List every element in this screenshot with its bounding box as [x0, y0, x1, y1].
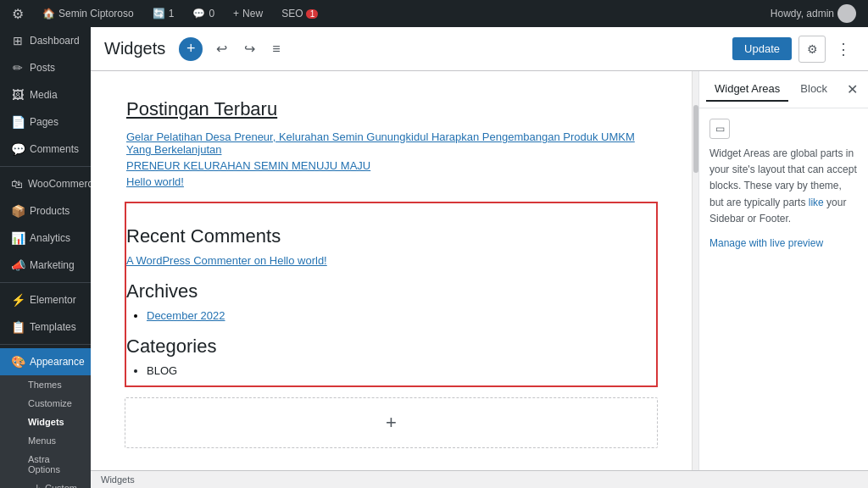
plus-icon: +: [233, 8, 239, 19]
recent-posts-title: Postingan Terbaru: [126, 98, 656, 120]
home-icon: 🏠: [42, 8, 55, 19]
products-icon: 📦: [11, 204, 25, 218]
sidebar-label-dashboard: Dashboard: [30, 35, 80, 47]
post-link-1[interactable]: Gelar Pelatihan Desa Preneur, Kelurahan …: [126, 130, 656, 156]
sidebar-item-astra[interactable]: Astra Options: [7, 450, 91, 479]
marketing-icon: 📣: [11, 258, 25, 272]
sidebar-label-marketing: Marketing: [30, 259, 75, 271]
posts-icon: ✏: [11, 61, 25, 75]
sidebar-label-pages: Pages: [30, 116, 58, 128]
categories-list: BLOG: [147, 364, 656, 377]
sidebar-item-pages[interactable]: 📄 Pages: [0, 108, 91, 136]
panel-description: Widget Areas are global parts in your si…: [709, 146, 858, 227]
update-count: 1: [169, 8, 175, 19]
comment-icon: 💬: [192, 8, 205, 19]
dashboard-icon: ⊞: [11, 34, 25, 47]
sidebar-label-comments: Comments: [30, 143, 79, 155]
sidebar-item-templates[interactable]: 📋 Templates: [0, 313, 91, 341]
sidebar-item-comments[interactable]: 💬 Comments: [0, 136, 91, 163]
page-header: Widgets + ↩ ↪ ≡ Update ⚙ ⋮: [91, 27, 868, 71]
sidebar-divider-2: [0, 282, 91, 283]
post-link-3[interactable]: Hello world!: [126, 175, 656, 188]
more-options-button[interactable]: ⋮: [832, 36, 854, 62]
sidebar-item-elementor[interactable]: ⚡ Elementor: [0, 286, 91, 313]
archive-link-1[interactable]: December 2022: [147, 309, 225, 322]
elementor-icon: ⚡: [11, 293, 25, 307]
footer-label: Widgets: [101, 474, 135, 485]
site-name-button[interactable]: 🏠 Semin Ciptoroso: [37, 0, 139, 27]
update-icon: 🔄: [153, 8, 165, 19]
analytics-icon: 📊: [11, 231, 25, 245]
undo-button[interactable]: ↩: [213, 37, 231, 60]
sidebar-label-menus: Menus: [28, 435, 56, 446]
comment-count: 0: [209, 8, 214, 19]
page-title: Widgets: [104, 39, 165, 58]
sidebar-divider-1: [0, 166, 91, 167]
sidebar-label-templates: Templates: [30, 321, 76, 333]
sidebar-item-woo[interactable]: 🛍 WooCommerce: [0, 170, 91, 197]
panel-header: Widget Areas Block ✕: [699, 71, 868, 108]
category-item-1: BLOG: [147, 364, 656, 377]
canvas-scrollbar[interactable]: [692, 71, 698, 470]
sidebar-appearance-submenu: Themes Customize Widgets Menus Astra Opt…: [0, 375, 91, 488]
seo-icon: SEO: [281, 8, 303, 19]
widget-area-icon: ▭: [709, 119, 730, 139]
wp-logo-button[interactable]: ⚙: [7, 0, 29, 27]
sidebar-item-custom-layouts[interactable]: ↳ Custom Layouts: [7, 479, 91, 488]
comments-icon: 💬: [11, 142, 25, 156]
comments-button[interactable]: 💬 0: [187, 0, 220, 27]
sidebar-item-posts[interactable]: ✏ Posts: [0, 54, 91, 81]
panel-icon-row: ▭: [709, 119, 858, 139]
sidebar-label-themes: Themes: [28, 380, 62, 390]
post-link-2[interactable]: PRENEUR KELURAHAN SEMIN MENUJU MAJU: [126, 159, 656, 172]
updates-button[interactable]: 🔄 1: [147, 0, 180, 27]
recent-posts-widget[interactable]: Postingan Terbaru Gelar Pelatihan Desa P…: [125, 88, 658, 202]
sidebar-label-appearance: Appearance: [30, 356, 85, 368]
sidebar-item-widgets[interactable]: Widgets: [7, 413, 91, 431]
new-label: New: [242, 8, 263, 19]
sidebar-item-dashboard[interactable]: ⊞ Dashboard: [0, 27, 91, 54]
scrollbar-thumb: [693, 105, 698, 173]
howdy-text: Howdy, admin: [771, 8, 834, 19]
sidebar-item-products[interactable]: 📦 Products: [0, 197, 91, 225]
sidebar-divider-3: [0, 344, 91, 345]
seo-button[interactable]: SEO 1: [276, 0, 323, 27]
sidebar-item-marketing[interactable]: 📣 Marketing: [0, 252, 91, 279]
admin-bar: ⚙ 🏠 Semin Ciptoroso 🔄 1 💬 0 + New SEO 1 …: [0, 0, 868, 27]
recent-comments-title: Recent Comments: [126, 225, 656, 247]
comment-link-1[interactable]: A WordPress Commenter on Hello world!: [126, 254, 327, 267]
archive-list: December 2022: [147, 309, 656, 322]
woo-icon: 🛍: [11, 177, 23, 191]
sidebar-item-themes[interactable]: Themes: [7, 375, 91, 394]
seo-badge: 1: [306, 9, 318, 19]
appearance-icon: 🎨: [11, 355, 25, 369]
sidebar-item-media[interactable]: 🖼 Media: [0, 81, 91, 108]
sidebar-label-customize: Customize: [28, 398, 72, 408]
settings-button[interactable]: ⚙: [798, 36, 826, 63]
tab-block[interactable]: Block: [792, 77, 836, 102]
sidebar-label-custom-layouts: ↳ Custom Layouts: [28, 483, 82, 488]
footer-bar: Widgets: [91, 470, 868, 488]
close-panel-button[interactable]: ✕: [843, 78, 861, 101]
tab-widget-areas[interactable]: Widget Areas: [706, 77, 788, 102]
add-block-button[interactable]: +: [125, 397, 658, 448]
sidebar-item-customize[interactable]: Customize: [7, 394, 91, 413]
sidebar-label-posts: Posts: [30, 62, 55, 74]
add-block-header-button[interactable]: +: [179, 37, 203, 61]
sidebar-label-woo: WooCommerce: [28, 178, 91, 190]
list-view-button[interactable]: ≡: [269, 38, 283, 60]
new-content-button[interactable]: + New: [228, 0, 268, 27]
archives-title: Archives: [126, 280, 656, 302]
live-preview-link[interactable]: Manage with live preview: [709, 236, 858, 251]
redo-button[interactable]: ↪: [241, 37, 259, 60]
widget-canvas: Postingan Terbaru Gelar Pelatihan Desa P…: [91, 71, 692, 470]
howdy-button[interactable]: Howdy, admin: [765, 0, 861, 27]
wp-icon: ⚙: [12, 6, 24, 22]
sidebar-item-analytics[interactable]: 📊 Analytics: [0, 225, 91, 252]
sidebar-item-menus[interactable]: Menus: [7, 431, 91, 450]
categories-title: Categories: [126, 336, 656, 358]
right-panel: Widget Areas Block ✕ ▭ Widget Areas are …: [698, 71, 868, 470]
selected-widgets-block[interactable]: Recent Comments A WordPress Commenter on…: [125, 202, 658, 387]
sidebar-item-appearance[interactable]: 🎨 Appearance: [0, 348, 91, 375]
update-button[interactable]: Update: [732, 37, 792, 60]
